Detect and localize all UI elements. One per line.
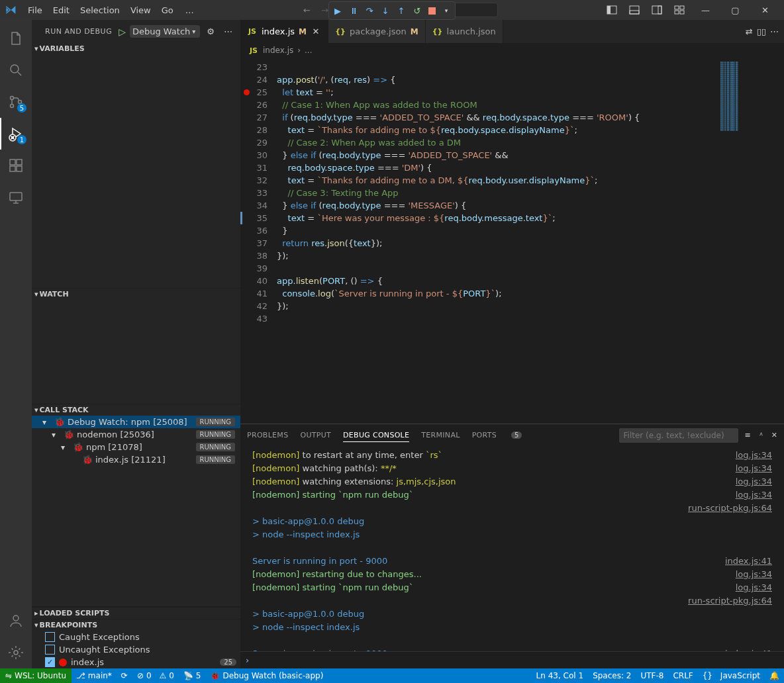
menu-overflow[interactable]: … — [180, 3, 199, 18]
debug-pause-icon[interactable]: ⏸ — [346, 3, 362, 19]
console-source-link[interactable]: log.js:34 — [736, 488, 772, 502]
console-source-link[interactable]: log.js:34 — [736, 449, 772, 462]
line-number[interactable]: 38 — [240, 250, 277, 262]
activity-debug-icon[interactable]: 1 — [0, 118, 32, 150]
section-loaded-scripts[interactable]: ▸LOADED SCRIPTS — [32, 607, 240, 619]
layout-customize-icon[interactable] — [669, 1, 689, 19]
code-line[interactable]: }); — [277, 250, 718, 262]
code-line[interactable]: // Case 2: When App was added to a DM — [277, 136, 718, 149]
debug-dropdown-icon[interactable]: ▾ — [438, 3, 454, 19]
breakpoint-file[interactable]: ✓index.js25 — [32, 656, 240, 668]
window-maximize-icon[interactable]: ▢ — [720, 0, 750, 20]
layout-panel-bottom-icon[interactable] — [624, 1, 644, 19]
console-source-link[interactable]: log.js:34 — [736, 568, 772, 581]
code-line[interactable]: } else if (req.body.type === 'ADDED_TO_S… — [277, 149, 718, 161]
console-source-link[interactable]: index.js:41 — [725, 555, 772, 568]
debug-step-over-icon[interactable]: ↷ — [362, 3, 377, 19]
tab-close-icon[interactable]: ✕ — [311, 26, 321, 36]
menu-edit[interactable]: Edit — [48, 3, 75, 18]
callstack-item[interactable]: 🐞index.js [21121]RUNNING — [32, 453, 240, 466]
debug-settings-icon[interactable]: ⚙ — [204, 26, 217, 36]
section-variables[interactable]: ▾VARIABLES — [32, 43, 240, 54]
console-filter-input[interactable] — [619, 428, 738, 443]
callstack-item[interactable]: ▾🐞npm [21078]RUNNING — [32, 441, 240, 453]
line-number[interactable]: 41 — [240, 287, 277, 300]
status-eol[interactable]: CRLF — [668, 668, 697, 683]
debug-continue-icon[interactable]: ▶ — [330, 3, 346, 19]
line-number[interactable]: 35 — [240, 212, 277, 224]
activity-search-icon[interactable] — [0, 54, 32, 86]
panel-tab-terminal[interactable]: TERMINAL — [421, 431, 460, 439]
editor-tab[interactable]: JSindex.jsM✕ — [240, 20, 328, 43]
line-number[interactable]: 42 — [240, 300, 277, 312]
code-line[interactable] — [277, 61, 718, 73]
debug-restart-icon[interactable]: ↺ — [409, 3, 425, 19]
code-line[interactable]: text = `Thanks for adding me to a DM, ${… — [277, 174, 718, 187]
code-line[interactable]: return res.json({text}); — [277, 237, 718, 250]
code-line[interactable]: text = `Thanks for adding me to ${req.bo… — [277, 124, 718, 136]
code-line[interactable]: if (req.body.type === 'ADDED_TO_SPACE' &… — [277, 111, 718, 124]
status-indent[interactable]: Spaces: 2 — [588, 668, 636, 683]
code-line[interactable]: } — [277, 224, 718, 237]
code-line[interactable]: app.post('/', (req, res) => { — [277, 73, 718, 86]
line-number[interactable]: 26 — [240, 99, 277, 111]
status-debug-target[interactable]: 🐞Debug Watch (basic-app) — [205, 668, 328, 683]
nav-back-icon[interactable]: ← — [299, 4, 315, 17]
tab-compare-icon[interactable]: ⇄ — [746, 26, 753, 36]
code-line[interactable]: console.log(`Server is running in port -… — [277, 287, 718, 300]
status-ports[interactable]: 📡5 — [179, 668, 206, 683]
menu-file[interactable]: File — [23, 3, 48, 18]
status-encoding[interactable]: UTF-8 — [636, 668, 668, 683]
callstack-item[interactable]: ▾🐞nodemon [25036]RUNNING — [32, 428, 240, 441]
code-line[interactable] — [277, 312, 718, 325]
activity-explorer-icon[interactable] — [0, 23, 32, 54]
debug-config-selector[interactable]: Debug Watch ▾ — [130, 25, 200, 38]
code-editor[interactable]: 2324252627282930313233343536373839404142… — [240, 58, 784, 424]
code-line[interactable]: let text = ''; — [277, 86, 718, 99]
debug-stop-icon[interactable] — [425, 3, 438, 19]
checkbox-icon[interactable] — [45, 645, 55, 655]
line-number[interactable]: 28 — [240, 124, 277, 136]
debug-more-icon[interactable]: ⋯ — [221, 26, 235, 36]
line-number[interactable]: 31 — [240, 161, 277, 174]
code-line[interactable]: req.body.space.type === 'DM') { — [277, 161, 718, 174]
line-number[interactable]: 37 — [240, 237, 277, 250]
line-number[interactable]: 30 — [240, 149, 277, 161]
minimap[interactable]: ████ ██ ███ ██████ ███ ████ ██ ███ █████… — [718, 58, 784, 424]
line-number[interactable]: 34 — [240, 199, 277, 212]
status-problems[interactable]: ⊘0 ⚠0 — [132, 668, 179, 683]
code-line[interactable]: // Case 3: Texting the App — [277, 187, 718, 199]
line-number[interactable]: 40 — [240, 275, 277, 287]
debug-step-out-icon[interactable]: ↑ — [393, 3, 409, 19]
line-number[interactable]: 36 — [240, 224, 277, 237]
status-language[interactable]: {} JavaScript — [698, 668, 765, 683]
code-line[interactable]: // Case 1: When App was added to the ROO… — [277, 99, 718, 111]
code-line[interactable]: }); — [277, 300, 718, 312]
checkbox-checked-icon[interactable]: ✓ — [45, 657, 55, 667]
menu-selection[interactable]: Selection — [75, 3, 125, 18]
code-line[interactable] — [277, 262, 718, 275]
breakpoint-uncaught[interactable]: Uncaught Exceptions — [32, 643, 240, 656]
window-close-icon[interactable]: ✕ — [750, 0, 780, 20]
status-sync[interactable]: ⟳ — [117, 668, 132, 683]
section-watch[interactable]: ▾WATCH — [32, 289, 240, 300]
code-line[interactable]: app.listen(PORT, () => { — [277, 275, 718, 287]
line-number[interactable]: 43 — [240, 312, 277, 325]
breakpoint-caught[interactable]: Caught Exceptions — [32, 631, 240, 643]
debug-console-body[interactable]: [nodemon] to restart at any time, enter … — [240, 446, 784, 651]
line-number[interactable]: 27 — [240, 111, 277, 124]
debug-console-input[interactable]: › — [240, 651, 784, 668]
panel-maximize-icon[interactable]: ＾ — [758, 430, 765, 440]
section-breakpoints[interactable]: ▾BREAKPOINTS — [32, 619, 240, 631]
tab-more-icon[interactable]: ⋯ — [770, 26, 779, 36]
code-line[interactable]: } else if (req.body.type === 'MESSAGE') … — [277, 199, 718, 212]
editor-tab[interactable]: {}launch.json — [426, 20, 503, 43]
line-number[interactable]: 23 — [240, 61, 277, 73]
console-source-link[interactable]: run-script-pkg.js:64 — [688, 594, 772, 608]
layout-panel-left-icon[interactable] — [602, 1, 622, 19]
line-number[interactable]: 39 — [240, 262, 277, 275]
line-number[interactable]: 32 — [240, 174, 277, 187]
panel-tab-ports[interactable]: PORTS — [472, 431, 497, 439]
panel-tab-output[interactable]: OUTPUT — [300, 431, 331, 439]
callstack-item[interactable]: ▾🐞Debug Watch: npm [25008]RUNNING — [32, 416, 240, 428]
